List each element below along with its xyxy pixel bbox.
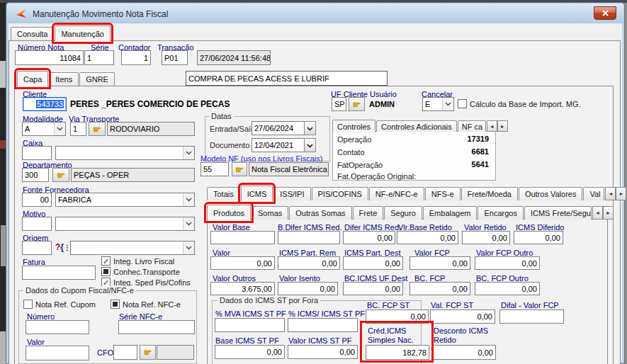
cfo-lookup-button[interactable]: ☛ xyxy=(140,345,156,360)
documento-date-dropdown[interactable] xyxy=(304,138,316,152)
valor-retido-field[interactable]: 0,00 xyxy=(462,231,510,244)
valor-isento-field[interactable]: 0,00 xyxy=(278,282,338,295)
bc-fcp-outro-field[interactable]: 0,00 xyxy=(475,282,540,295)
tab-icms[interactable]: ICMS xyxy=(241,186,273,201)
detail-tab-scroll-left-button[interactable]: ◄ xyxy=(605,187,616,200)
fonte-fornecedora-select[interactable]: FABRICA xyxy=(55,193,195,207)
chevron-down-icon[interactable] xyxy=(183,241,194,254)
departamento-lookup-button[interactable]: ☛ xyxy=(52,168,69,182)
caixa-select[interactable] xyxy=(55,146,195,160)
tab-nfe-nfce[interactable]: NF-e/NFC-e xyxy=(369,187,424,200)
chevron-down-icon[interactable] xyxy=(183,193,194,206)
title-bar[interactable]: Manutenção Movimento Nota Fiscal xyxy=(7,4,623,23)
tab-gnre[interactable]: GNRE xyxy=(79,72,115,86)
origem-helper-icon[interactable]: ?{⋮ xyxy=(55,242,71,252)
difer-icms-red-field[interactable]: 0,00 xyxy=(343,231,395,244)
tab-produtos[interactable]: Produtos xyxy=(207,205,251,220)
tab-totais[interactable]: Totais xyxy=(207,187,240,200)
bc-fcp-field[interactable]: 0,00 xyxy=(409,282,470,295)
vlr-base-retido-field[interactable]: 0,00 xyxy=(397,231,458,244)
cupom-valor-field[interactable] xyxy=(26,346,89,360)
valor-field[interactable]: 0,00 xyxy=(210,256,275,270)
mva-icms-st-pf-field[interactable] xyxy=(215,318,285,332)
fonte-fornecedora-code-field[interactable]: 00 xyxy=(22,193,52,207)
base-icms-st-pf-field[interactable]: 0,00 xyxy=(215,345,285,359)
documento-date-field[interactable]: 12/04/2021 xyxy=(252,138,305,152)
caixa-code-field[interactable] xyxy=(22,146,52,160)
cred-icms-simples-nac-field[interactable]: 182,78 xyxy=(366,345,429,360)
tab-capa[interactable]: Capa xyxy=(17,71,48,86)
bc-fcp-st-field[interactable]: 0,00 xyxy=(366,309,429,324)
tab-val[interactable]: Val xyxy=(583,187,604,200)
tab-frete[interactable]: Frete xyxy=(353,206,384,220)
tab-seguro[interactable]: Seguro xyxy=(384,206,422,220)
controles-tab-scroll-left-button[interactable]: ◄ xyxy=(487,120,497,132)
descricao-field[interactable]: COMPRA DE PECAS ACESS E LUBRIF xyxy=(186,71,388,86)
bc-icms-uf-dest-field[interactable]: 0,00 xyxy=(343,282,403,295)
cliente-code-field[interactable]: 543733 xyxy=(23,97,67,111)
tab-iss-ipi[interactable]: ISS/IPI xyxy=(273,187,310,200)
origem-code-field[interactable] xyxy=(22,241,52,255)
tab-somas[interactable]: Somas xyxy=(252,206,288,220)
cancelar-select[interactable]: E xyxy=(422,97,454,111)
tab-manutencao[interactable]: Manutenção xyxy=(55,25,111,41)
close-button[interactable] xyxy=(594,6,616,20)
valor-fcp-field[interactable]: 0,00 xyxy=(409,256,470,270)
tab-pis-cofins[interactable]: PIS/COFINS xyxy=(312,187,368,200)
motivo-select[interactable] xyxy=(55,217,195,231)
usuario-lookup-button[interactable]: ☛ xyxy=(349,97,365,111)
tab-outras-somas[interactable]: Outras Somas xyxy=(289,206,351,220)
chevron-down-icon[interactable] xyxy=(183,217,194,230)
icms-diferido-field[interactable]: 0,00 xyxy=(514,231,563,244)
icms-part-dest-field[interactable]: 0,00 xyxy=(343,256,403,270)
entrada-saida-date-dropdown[interactable] xyxy=(304,121,316,135)
numero-nota-field[interactable]: 11084 xyxy=(15,50,84,65)
valor-outros-field[interactable]: 3.675,00 xyxy=(210,282,275,295)
via-transporte-code-field[interactable]: 1 xyxy=(70,122,86,136)
tab-embalagem[interactable]: Embalagem xyxy=(423,206,478,220)
cfo-field[interactable] xyxy=(113,345,137,360)
val-fcp-st-field[interactable]: 0,00 xyxy=(430,309,495,324)
entrada-saida-date-field[interactable]: 27/06/2024 xyxy=(252,121,305,135)
chevron-down-icon[interactable] xyxy=(183,147,194,159)
b-difer-icms-red-field[interactable] xyxy=(278,231,340,244)
conhec-transporte-checkbox[interactable] xyxy=(101,267,111,276)
tab-frete-moeda[interactable]: Frete/Moeda xyxy=(461,187,518,200)
serie-nfce-field[interactable] xyxy=(118,320,195,334)
motivo-code-field[interactable] xyxy=(22,217,52,231)
sub-tab-scroll-left-button[interactable]: ◄ xyxy=(592,206,603,220)
contador-field[interactable]: 1 xyxy=(121,50,151,65)
modelo-nf-code-field[interactable]: 55 xyxy=(200,162,229,176)
uf-field[interactable]: SP xyxy=(332,97,346,111)
tab-outros-valores[interactable]: Outros Valores xyxy=(519,187,583,200)
serie-field[interactable]: 1 xyxy=(84,50,114,65)
tab-icms-frete-seguro[interactable]: ICMS Frete/Seguro xyxy=(524,206,592,220)
modelo-nf-lookup-button[interactable]: ☛ xyxy=(232,162,247,176)
modalidade-select[interactable]: A xyxy=(22,122,66,136)
chevron-down-icon[interactable] xyxy=(54,123,65,135)
chevron-down-icon[interactable] xyxy=(442,98,453,110)
tab-controles-adicionais[interactable]: Controles Adicionais xyxy=(376,120,457,132)
desconto-icms-retido-field[interactable]: 0,00 xyxy=(432,345,496,360)
tab-nf-ca[interactable]: NF ca xyxy=(458,120,486,132)
valor-base-field[interactable] xyxy=(210,231,275,244)
tab-consulta[interactable]: Consulta xyxy=(11,27,54,40)
cupom-numero-field[interactable] xyxy=(26,320,89,334)
nota-ref-nfce-checkbox[interactable] xyxy=(111,300,120,309)
nota-ref-cupom-checkbox[interactable] xyxy=(23,300,33,309)
icms-icms-st-pf-field[interactable] xyxy=(288,318,358,332)
integ-livro-fiscal-checkbox[interactable]: ✓ xyxy=(101,256,111,266)
detail-tab-scroll-right-button[interactable]: ► xyxy=(616,187,626,200)
departamento-code-field[interactable]: 300 xyxy=(22,168,49,182)
tab-encargos[interactable]: Encargos xyxy=(478,206,523,220)
difal-valor-fcp-field[interactable] xyxy=(499,309,564,324)
controles-tab-scroll-right-button[interactable]: ► xyxy=(497,120,508,132)
via-transporte-lookup-button[interactable]: ☛ xyxy=(89,122,106,136)
calculo-base-checkbox[interactable] xyxy=(458,99,467,108)
valor-fcp-outro-field[interactable]: 0,00 xyxy=(475,256,540,270)
valor-icms-st-pf-field[interactable]: 0,00 xyxy=(288,345,358,359)
tab-nfse[interactable]: NFS-e xyxy=(425,187,461,200)
icms-part-rem-field[interactable]: 0,00 xyxy=(278,256,340,270)
origem-select[interactable] xyxy=(70,241,195,255)
transacao-field[interactable]: P01 xyxy=(162,50,188,65)
